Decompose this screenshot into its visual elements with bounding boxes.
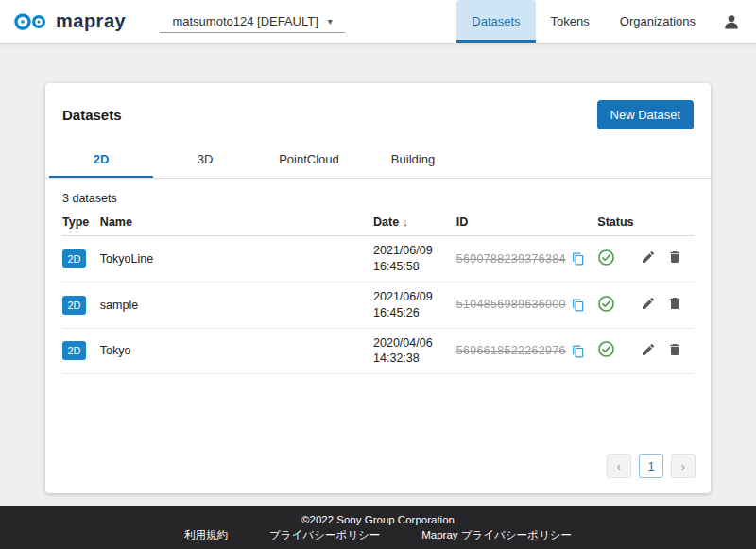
edit-button[interactable] (641, 296, 656, 311)
type-badge: 2D (62, 341, 86, 360)
trash-icon (667, 342, 682, 357)
pagination: ‹ 1 › (45, 454, 696, 478)
page-title: Datasets (62, 107, 122, 123)
account-select-value: matsumoto124 [DEFAULT] (172, 14, 318, 28)
dataset-name: TokyoLine (100, 236, 373, 283)
page-footer: ©2022 Sony Group Corporation 利用規約 プライバシー… (0, 506, 756, 549)
col-header-name: Name (100, 211, 373, 236)
delete-button[interactable] (667, 296, 682, 311)
copy-id-button[interactable] (572, 252, 585, 266)
footer-links: 利用規約 プライバシーポリシー Mapray プライバシーポリシー (184, 528, 572, 542)
account-area: matsumoto124 [DEFAULT] ▾ (160, 0, 345, 43)
nav-item-tokens[interactable]: Tokens (536, 0, 605, 43)
nav-item-datasets[interactable]: Datasets (456, 0, 535, 43)
status-ok-icon (597, 295, 615, 313)
type-badge: 2D (62, 296, 86, 315)
dataset-id: 5690788239376384 (456, 252, 566, 266)
trash-icon (667, 296, 682, 311)
copyright-text: ©2022 Sony Group Corporation (301, 514, 455, 525)
table-row: 2D sample 2021/06/09 16:45:26 5104856989… (62, 282, 694, 328)
tab-3d[interactable]: 3D (153, 145, 257, 178)
col-header-type: Type (62, 211, 100, 236)
person-icon (722, 12, 741, 31)
type-badge: 2D (62, 249, 86, 268)
datasets-card: Datasets New Dataset 2D 3D PointCloud Bu… (45, 83, 711, 493)
footer-link-mapray-privacy[interactable]: Mapray プライバシーポリシー (421, 528, 572, 542)
copy-id-button[interactable] (572, 345, 585, 358)
tab-pointcloud[interactable]: PointCloud (257, 145, 361, 178)
delete-button[interactable] (667, 249, 682, 265)
tab-building[interactable]: Building (361, 145, 465, 178)
edit-button[interactable] (641, 249, 656, 265)
main-nav: Datasets Tokens Organizations (456, 0, 711, 43)
account-select[interactable]: matsumoto124 [DEFAULT] ▾ (160, 10, 345, 33)
tab-2d[interactable]: 2D (49, 145, 153, 178)
new-dataset-button[interactable]: New Dataset (597, 100, 694, 129)
chevron-down-icon: ▾ (328, 16, 333, 26)
col-header-date[interactable]: Date↓ (373, 211, 456, 236)
delete-button[interactable] (667, 342, 682, 357)
dataset-id: 5696618522262976 (456, 344, 566, 357)
footer-link-terms[interactable]: 利用規約 (184, 528, 228, 542)
datasets-table: Type Name Date↓ ID Status 2D TokyoLine 2… (62, 211, 694, 374)
pencil-icon (641, 342, 656, 357)
dataset-date: 2020/04/06 (373, 335, 456, 352)
table-row: 2D Tokyo 2020/04/06 14:32:38 56966185222… (62, 328, 694, 374)
copy-icon (572, 299, 585, 312)
pagination-page-1[interactable]: 1 (639, 454, 663, 478)
pencil-icon (641, 249, 656, 265)
user-menu-button[interactable] (711, 0, 756, 43)
edit-button[interactable] (641, 342, 656, 357)
col-header-status: Status (597, 211, 641, 236)
dataset-name: sample (100, 282, 373, 328)
mapray-logo-icon (13, 10, 49, 33)
table-header-row: Type Name Date↓ ID Status (62, 211, 694, 236)
pagination-next-button[interactable]: › (671, 454, 696, 478)
dataset-time: 14:32:38 (373, 351, 456, 367)
pagination-prev-button[interactable]: ‹ (607, 454, 631, 478)
sort-desc-icon: ↓ (403, 216, 408, 228)
logo-text: mapray (56, 10, 126, 32)
dataset-time: 16:45:26 (373, 305, 456, 321)
pencil-icon (641, 296, 656, 311)
dataset-type-tabs: 2D 3D PointCloud Building (45, 145, 711, 179)
dataset-name: Tokyo (100, 328, 373, 374)
status-ok-icon (597, 249, 615, 266)
mapray-logo[interactable]: mapray (0, 0, 135, 43)
copy-icon (572, 252, 585, 266)
trash-icon (667, 249, 682, 265)
app-header: mapray matsumoto124 [DEFAULT] ▾ Datasets… (0, 0, 756, 43)
dataset-time: 16:45:58 (373, 259, 456, 275)
status-ok-icon (597, 340, 615, 358)
copy-icon (572, 345, 585, 358)
copy-id-button[interactable] (572, 299, 585, 312)
dataset-date: 2021/06/09 (373, 289, 456, 305)
dataset-count: 3 datasets (45, 179, 711, 211)
dataset-date: 2021/06/09 (373, 243, 456, 259)
main-content: Datasets New Dataset 2D 3D PointCloud Bu… (0, 43, 756, 506)
nav-item-organizations[interactable]: Organizations (605, 0, 711, 43)
col-header-id: ID (456, 211, 598, 236)
footer-link-privacy[interactable]: プライバシーポリシー (269, 528, 380, 542)
card-header: Datasets New Dataset (45, 83, 711, 145)
dataset-id: 5104856989636000 (456, 298, 566, 311)
table-row: 2D TokyoLine 2021/06/09 16:45:58 5690788… (62, 236, 694, 283)
